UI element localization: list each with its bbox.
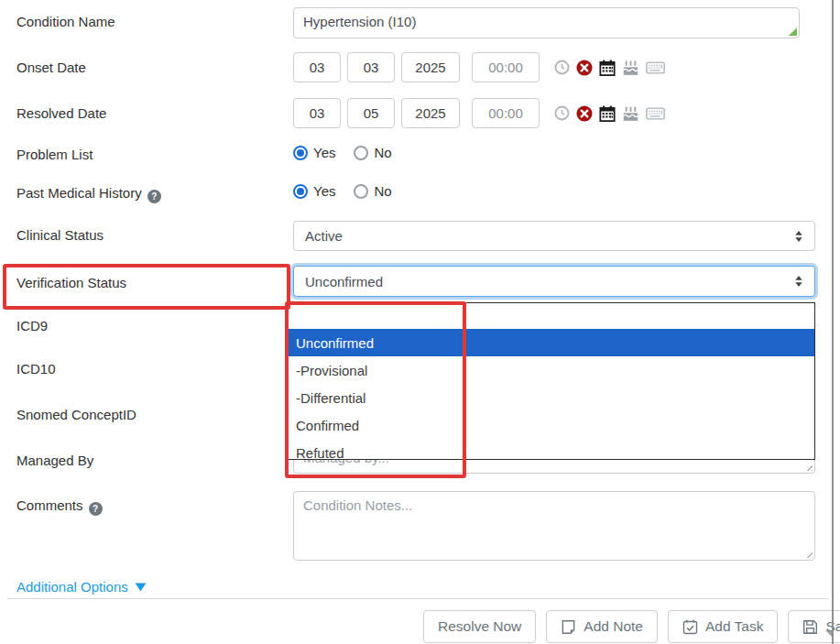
- icd9-label: ICD9: [16, 318, 48, 333]
- onset-date-row: [293, 52, 665, 82]
- help-icon[interactable]: ?: [89, 502, 103, 516]
- onset-month-input[interactable]: [293, 52, 341, 82]
- footer-divider: [7, 598, 829, 599]
- problem-list-no-radio[interactable]: No: [354, 145, 391, 160]
- condition-name-label: Condition Name: [16, 14, 115, 29]
- help-icon[interactable]: ?: [147, 190, 161, 203]
- onset-day-input[interactable]: [347, 52, 395, 82]
- up-down-spinner-icon: [794, 275, 803, 288]
- past-medical-history-label: Past Medical History?: [16, 185, 161, 203]
- verification-status-dropdown: Unconfirmed -Provisional -Differential C…: [286, 302, 815, 460]
- dropdown-option[interactable]: Refuted: [287, 439, 814, 460]
- radio-unselected-icon[interactable]: [354, 146, 368, 160]
- note-icon: [561, 619, 576, 635]
- comments-field-wrap: [293, 491, 815, 561]
- calendar-check-icon: [682, 619, 698, 635]
- resolved-date-row: [293, 98, 665, 128]
- resolved-time-input[interactable]: [472, 98, 540, 128]
- up-down-spinner-icon: [794, 230, 803, 243]
- footer-button-row: Resolve Now Add Note Add Task Save: [423, 610, 840, 643]
- resolved-month-input[interactable]: [293, 98, 341, 128]
- problem-list-label: Problem List: [16, 147, 93, 162]
- add-note-button[interactable]: Add Note: [546, 610, 658, 643]
- comments-input[interactable]: [293, 491, 815, 561]
- scrollbar-track[interactable]: [832, 0, 834, 644]
- resolved-day-input[interactable]: [347, 98, 395, 128]
- keyboard-icon[interactable]: [646, 107, 665, 120]
- down-triangle-icon: [135, 583, 147, 592]
- clock-icon[interactable]: [554, 60, 570, 75]
- condition-edit-form: Condition Name Onset Date Resolved Date …: [0, 0, 840, 644]
- calendar-icon[interactable]: [599, 105, 616, 122]
- onset-date-label: Onset Date: [16, 60, 86, 75]
- clear-circle-icon[interactable]: [576, 105, 593, 122]
- onset-year-input[interactable]: [401, 52, 460, 82]
- resolved-year-input[interactable]: [401, 98, 460, 128]
- pmh-no-radio[interactable]: No: [354, 183, 391, 199]
- radio-selected-icon[interactable]: [293, 184, 308, 199]
- birthday-cake-icon[interactable]: [622, 105, 639, 122]
- resolve-now-button[interactable]: Resolve Now: [423, 610, 536, 643]
- resolved-date-label: Resolved Date: [16, 105, 106, 121]
- verification-status-label: Verification Status: [16, 275, 126, 290]
- onset-time-input[interactable]: [472, 52, 540, 82]
- radio-selected-icon[interactable]: [293, 146, 308, 160]
- clinical-status-label: Clinical Status: [16, 227, 104, 243]
- problem-list-yes-radio[interactable]: Yes: [293, 145, 335, 160]
- dropdown-option[interactable]: [287, 303, 814, 329]
- add-task-button[interactable]: Add Task: [668, 610, 778, 643]
- snomed-conceptid-label: Snomed ConceptID: [16, 407, 136, 422]
- radio-unselected-icon[interactable]: [354, 184, 368, 199]
- verification-status-select[interactable]: Unconfirmed: [293, 266, 815, 297]
- dropdown-option-selected[interactable]: Unconfirmed: [287, 329, 814, 356]
- pmh-yes-radio[interactable]: Yes: [293, 183, 335, 199]
- icd10-label: ICD10: [16, 361, 56, 377]
- problem-list-radio-group: Yes No: [293, 145, 392, 160]
- dropdown-option[interactable]: -Provisional: [287, 356, 814, 384]
- birthday-cake-icon[interactable]: [622, 60, 639, 76]
- floppy-disk-icon: [802, 619, 818, 635]
- managed-by-label: Managed By: [16, 453, 93, 468]
- scroll-corner-icon[interactable]: [825, 630, 833, 638]
- additional-options-link[interactable]: Additional Options: [16, 579, 147, 595]
- calendar-icon[interactable]: [599, 60, 616, 76]
- condition-name-field-wrap: Hypertension (I10): [293, 7, 800, 38]
- dropdown-option[interactable]: Confirmed: [287, 411, 814, 439]
- clear-circle-icon[interactable]: [576, 60, 593, 76]
- keyboard-icon[interactable]: [646, 61, 665, 74]
- clock-icon[interactable]: [554, 105, 570, 121]
- comments-label: Comments?: [16, 497, 103, 516]
- past-medical-history-radio-group: Yes No: [293, 183, 392, 199]
- resolved-date-icons: [554, 105, 665, 122]
- clinical-status-select[interactable]: Active: [293, 221, 815, 251]
- onset-date-icons: [554, 60, 665, 76]
- condition-name-input[interactable]: Hypertension (I10): [293, 7, 800, 38]
- dropdown-option[interactable]: -Differential: [287, 384, 814, 411]
